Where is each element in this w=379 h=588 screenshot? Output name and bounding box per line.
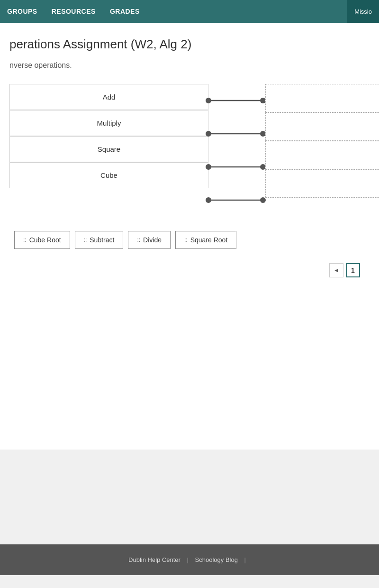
prev-page-button[interactable]: ◄: [329, 263, 343, 277]
answer-bank: :: Cube Root :: Subtract :: Divide :: Sq…: [9, 231, 365, 249]
drop-zone-2[interactable]: [265, 112, 379, 141]
left-column: Add Multiply Square Cube: [9, 84, 208, 217]
main-content: perations Assignment (W2, Alg 2) nverse …: [0, 23, 379, 450]
drop-zone-1[interactable]: [265, 84, 379, 112]
footer-separator: |: [187, 556, 189, 563]
footer: Dublin Help Center | Schoology Blog |: [0, 544, 379, 575]
nav-right: Missio: [347, 0, 379, 23]
subtitle: nverse operations.: [9, 61, 365, 70]
answer-chip-cube-root[interactable]: :: Cube Root: [14, 231, 70, 249]
answer-label-cube-root: Cube Root: [29, 236, 61, 244]
current-page: 1: [346, 263, 360, 277]
mission-label: Missio: [354, 8, 372, 15]
answer-chip-subtract[interactable]: :: Subtract: [75, 231, 124, 249]
matching-container: Add Multiply Square Cube: [9, 84, 365, 217]
answer-chip-square-root[interactable]: :: Square Root: [175, 231, 236, 249]
nav-resources[interactable]: RESOURCES: [49, 0, 98, 23]
answer-label-divide: Divide: [143, 236, 162, 244]
pagination: ◄ 1: [9, 263, 365, 277]
top-nav: GROUPS RESOURCES GRADES Missio: [0, 0, 379, 23]
footer-link-blog[interactable]: Schoology Blog: [195, 556, 238, 563]
footer-link-help[interactable]: Dublin Help Center: [128, 556, 180, 563]
page-title: perations Assignment (W2, Alg 2): [9, 37, 365, 52]
left-item-square: Square: [9, 136, 208, 162]
drop-zone-3[interactable]: [265, 141, 379, 169]
answer-chip-divide[interactable]: :: Divide: [128, 231, 171, 249]
right-column: [265, 84, 379, 198]
left-item-cube: Cube: [9, 162, 208, 188]
nav-groups[interactable]: GROUPS: [5, 0, 40, 23]
answer-label-subtract: Subtract: [90, 236, 114, 244]
drag-handle-cube-root: ::: [23, 237, 27, 243]
svg-point-11: [260, 197, 266, 203]
bottom-area: DELL: [0, 575, 379, 588]
nav-items: GROUPS RESOURCES GRADES: [5, 0, 142, 23]
left-item-add: Add: [9, 84, 208, 110]
nav-grades[interactable]: GRADES: [108, 0, 142, 23]
drag-handle-divide: ::: [137, 237, 140, 243]
drag-handle-square-root: ::: [184, 237, 188, 243]
left-item-multiply: Multiply: [9, 110, 208, 136]
drag-handle-subtract: ::: [84, 237, 87, 243]
drop-zone-4[interactable]: [265, 169, 379, 198]
footer-separator-2: |: [244, 556, 246, 563]
answer-label-square-root: Square Root: [190, 236, 228, 244]
